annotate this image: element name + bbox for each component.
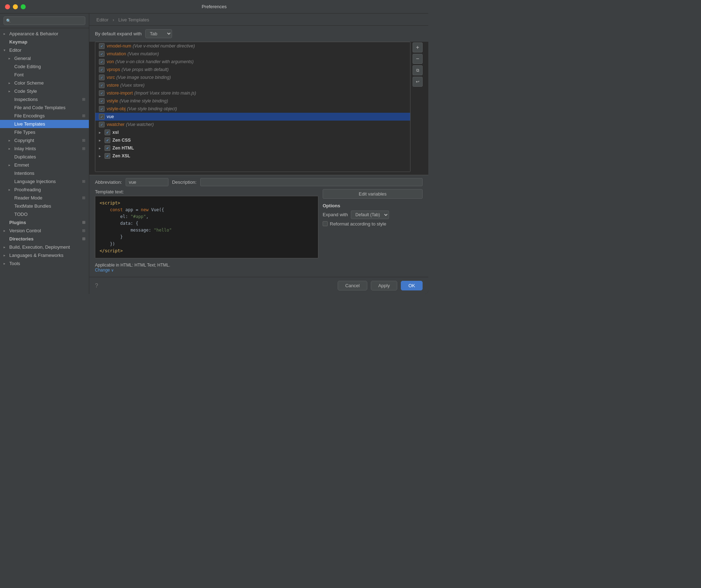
template-row[interactable]: ▸Zen HTML bbox=[95, 144, 410, 152]
template-checkbox[interactable] bbox=[99, 114, 105, 120]
abbreviation-input[interactable] bbox=[126, 178, 168, 186]
sidebar-item-file-types[interactable]: File Types bbox=[0, 128, 89, 136]
sidebar-item-label: Directories bbox=[9, 236, 34, 242]
sidebar-item-appearance[interactable]: ▸Appearance & Behavior bbox=[0, 30, 89, 38]
description-input[interactable] bbox=[200, 178, 423, 186]
badge-icon: ⊞ bbox=[82, 97, 85, 102]
template-row[interactable]: vmodel-num(Vue v-model number directive) bbox=[95, 42, 410, 50]
template-checkbox[interactable] bbox=[99, 106, 105, 112]
sidebar-item-emmet[interactable]: ▸Emmet bbox=[0, 161, 89, 169]
maximize-button[interactable] bbox=[21, 4, 26, 9]
template-name: vprops bbox=[107, 67, 120, 72]
sidebar-item-label: Intentions bbox=[14, 171, 34, 176]
add-button[interactable]: + bbox=[413, 42, 423, 52]
breadcrumb-parent: Editor bbox=[96, 17, 109, 22]
edit-variables-button[interactable]: Edit variables bbox=[323, 189, 423, 199]
code-editor[interactable]: <script> const app = new Vue({ el: "#app… bbox=[95, 196, 318, 259]
help-icon[interactable]: ? bbox=[95, 283, 98, 289]
badge-icon: ⊞ bbox=[82, 220, 85, 225]
minimize-button[interactable] bbox=[13, 4, 18, 9]
template-row[interactable]: ▸xsl bbox=[95, 128, 410, 136]
template-checkbox[interactable] bbox=[99, 67, 105, 72]
cancel-button[interactable]: Cancel bbox=[338, 281, 367, 290]
template-checkbox[interactable] bbox=[99, 122, 105, 127]
remove-button[interactable]: − bbox=[413, 54, 423, 64]
expand-with-select[interactable]: Default (Tab) Tab Enter Space bbox=[351, 211, 389, 219]
template-row[interactable]: ▸Zen CSS bbox=[95, 136, 410, 144]
search-input[interactable] bbox=[4, 16, 85, 25]
template-row[interactable]: vprops(Vue props with default) bbox=[95, 66, 410, 74]
apply-button[interactable]: Apply bbox=[371, 281, 398, 290]
template-checkbox[interactable] bbox=[99, 75, 105, 80]
sidebar-item-tools[interactable]: ▸Tools bbox=[0, 259, 89, 268]
sidebar-item-file-code-templates[interactable]: File and Code Templates bbox=[0, 103, 89, 112]
ok-button[interactable]: OK bbox=[401, 281, 423, 290]
template-row[interactable]: vsrc(Vue image source binding) bbox=[95, 74, 410, 81]
template-row[interactable]: vstyle-obj(Vue style binding object) bbox=[95, 105, 410, 113]
template-row[interactable]: vstyle(Vue inline style binding) bbox=[95, 97, 410, 105]
sidebar-item-editor[interactable]: ▾Editor bbox=[0, 46, 89, 54]
sidebar-item-build-execution[interactable]: ▸Build, Execution, Deployment bbox=[0, 243, 89, 251]
template-row[interactable]: vwatcher(Vue watcher) bbox=[95, 121, 410, 128]
template-checkbox[interactable] bbox=[105, 130, 110, 135]
template-checkbox[interactable] bbox=[99, 59, 105, 65]
template-checkbox[interactable] bbox=[99, 51, 105, 57]
copy-button[interactable]: ⧉ bbox=[413, 65, 423, 75]
sidebar-item-proofreading[interactable]: ▸Proofreading bbox=[0, 186, 89, 194]
reformat-checkbox[interactable] bbox=[323, 221, 328, 226]
change-link[interactable]: Change bbox=[95, 268, 110, 273]
template-row[interactable]: von(Vue v-on click handler with argument… bbox=[95, 58, 410, 66]
sidebar-item-plugins[interactable]: Plugins⊞ bbox=[0, 218, 89, 227]
abbreviation-label: Abbreviation: bbox=[95, 179, 122, 185]
sidebar-item-color-scheme[interactable]: ▸Color Scheme bbox=[0, 79, 89, 87]
sidebar-item-languages-frameworks[interactable]: ▸Languages & Frameworks bbox=[0, 251, 89, 259]
sidebar-item-keymap[interactable]: Keymap bbox=[0, 38, 89, 46]
template-checkbox[interactable] bbox=[99, 90, 105, 96]
sidebar-item-label: Live Templates bbox=[14, 121, 45, 127]
sidebar-item-version-control[interactable]: ▸Version Control⊞ bbox=[0, 227, 89, 235]
template-checkbox[interactable] bbox=[99, 82, 105, 88]
sidebar-item-file-encodings[interactable]: File Encodings⊞ bbox=[0, 112, 89, 120]
sidebar-actions: + − ⧉ ↩ bbox=[410, 42, 423, 172]
template-row[interactable]: vstore-import(Import Vuex store into mai… bbox=[95, 89, 410, 97]
sidebar-item-inlay-hints[interactable]: ▸Inlay Hints⊞ bbox=[0, 145, 89, 153]
sidebar-item-directories[interactable]: Directories⊞ bbox=[0, 235, 89, 243]
template-checkbox[interactable] bbox=[105, 137, 110, 143]
templates-area: vmodel-num(Vue v-model number directive)… bbox=[89, 42, 428, 175]
template-row[interactable]: vstore(Vuex store) bbox=[95, 81, 410, 89]
sidebar-item-duplicates[interactable]: Duplicates bbox=[0, 153, 89, 161]
sidebar-item-live-templates[interactable]: Live Templates bbox=[0, 120, 89, 128]
sidebar-item-general[interactable]: ▸General bbox=[0, 54, 89, 62]
close-button[interactable] bbox=[5, 4, 10, 9]
template-row[interactable]: ▸Zen XSL bbox=[95, 152, 410, 160]
template-checkbox[interactable] bbox=[105, 153, 110, 159]
template-name: vmodel-num bbox=[107, 44, 131, 49]
group-chevron-icon: ▸ bbox=[99, 154, 103, 158]
sidebar-item-copyright[interactable]: ▸Copyright⊞ bbox=[0, 136, 89, 145]
sidebar-item-font[interactable]: Font bbox=[0, 71, 89, 79]
sidebar-item-textmate-bundles[interactable]: TextMate Bundles bbox=[0, 202, 89, 210]
template-desc: (Vue style binding object) bbox=[127, 106, 177, 111]
sidebar-item-label: Copyright bbox=[14, 138, 34, 143]
chevron-icon: ▸ bbox=[9, 89, 13, 93]
sidebar-item-reader-mode[interactable]: Reader Mode⊞ bbox=[0, 194, 89, 202]
sidebar-item-inspections[interactable]: Inspections⊞ bbox=[0, 95, 89, 103]
sidebar-item-todo[interactable]: TODO bbox=[0, 210, 89, 218]
template-checkbox[interactable] bbox=[99, 98, 105, 104]
sidebar-item-language-injections[interactable]: Language Injections⊞ bbox=[0, 177, 89, 186]
template-checkbox[interactable] bbox=[105, 145, 110, 151]
template-checkbox[interactable] bbox=[99, 43, 105, 49]
sidebar-item-code-style[interactable]: ▸Code Style bbox=[0, 87, 89, 95]
sidebar: 🔍 ▸Appearance & BehaviorKeymap▾Editor▸Ge… bbox=[0, 14, 89, 294]
sidebar-item-code-editing[interactable]: Code Editing bbox=[0, 62, 89, 71]
restore-button[interactable]: ↩ bbox=[413, 77, 423, 87]
template-row[interactable]: vmutation(Vuex mutation) bbox=[95, 50, 410, 58]
template-list-container: vmodel-num(Vue v-model number directive)… bbox=[95, 42, 410, 172]
sidebar-item-label: Font bbox=[14, 72, 24, 77]
sidebar-item-label: Editor bbox=[9, 47, 21, 53]
sidebar-item-intentions[interactable]: Intentions bbox=[0, 169, 89, 177]
expand-select[interactable]: Tab Enter Space bbox=[145, 29, 172, 38]
reformat-row[interactable]: Reformat according to style bbox=[323, 221, 423, 227]
template-row[interactable]: vue bbox=[95, 113, 410, 121]
sidebar-item-label: File Encodings bbox=[14, 113, 45, 118]
